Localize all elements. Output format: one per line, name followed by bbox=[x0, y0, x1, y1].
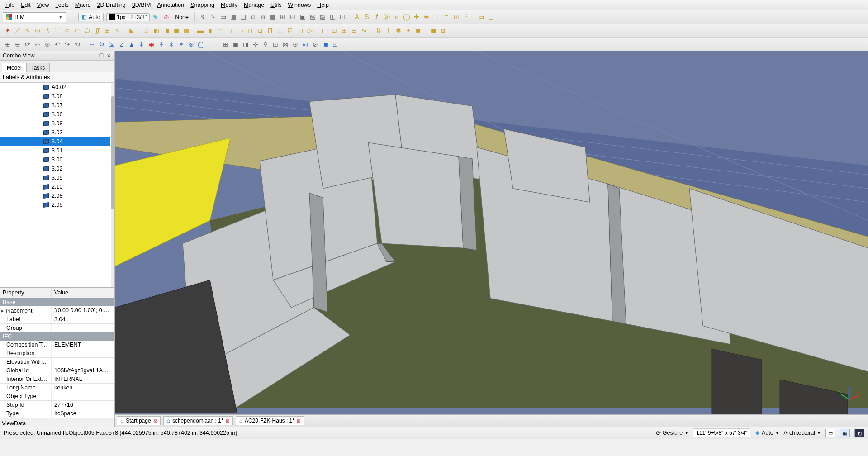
toolbar-icon[interactable]: ▣ bbox=[413, 25, 423, 35]
toolbar-icon[interactable]: ⌀ bbox=[392, 12, 402, 22]
toolbar-icon[interactable]: ◎ bbox=[300, 39, 310, 49]
property-row[interactable]: Step Id277716 bbox=[0, 401, 114, 409]
scrollbar-thumb[interactable] bbox=[111, 96, 114, 209]
toolbar-icon[interactable]: ◨ bbox=[241, 39, 251, 49]
tree-item[interactable]: 3.01 bbox=[0, 146, 110, 155]
toolbar-icon[interactable]: ⋮ bbox=[461, 12, 471, 22]
toolbar-icon[interactable]: ⊛ bbox=[290, 39, 300, 49]
toolbar-icon[interactable]: ▲ bbox=[127, 39, 137, 49]
menu-3d-bim[interactable]: 3D/BIM bbox=[132, 2, 151, 8]
property-row[interactable]: Elevation With ... bbox=[0, 358, 114, 366]
tree-item[interactable]: 2.08 bbox=[0, 191, 110, 200]
status-btn-3[interactable]: ◩ bbox=[854, 429, 864, 437]
workspace-selector[interactable]: BIM ▼ bbox=[3, 12, 66, 22]
toolbar-icon[interactable]: S bbox=[362, 12, 372, 22]
toolbar-icon[interactable]: ▦ bbox=[228, 12, 238, 22]
toolbar-icon[interactable]: ⊂ bbox=[62, 25, 72, 35]
toolbar-icon[interactable]: ◲ bbox=[315, 25, 325, 35]
3d-viewport[interactable]: x y z ⌂Start page⊠⌂schependomlaan : 1*⊠⌂… bbox=[115, 51, 868, 427]
toolbar-icon[interactable]: ⊡ bbox=[329, 25, 339, 35]
toolbar-icon[interactable]: ✧ bbox=[112, 25, 122, 35]
toolbar-icon[interactable]: ⌂ bbox=[141, 25, 151, 35]
toolbar-icon[interactable]: ▨ bbox=[318, 12, 327, 22]
toolbar-icon[interactable]: ≡ bbox=[441, 12, 451, 22]
toolbar-icon[interactable]: ↟ bbox=[157, 39, 166, 49]
toolbar-icon[interactable]: ⟆ bbox=[43, 25, 52, 35]
autogroup[interactable]: ❄ Auto▼ bbox=[755, 430, 779, 437]
lineweight-field[interactable]: 1px | 2+3/8" bbox=[106, 13, 150, 21]
toolbar-icon[interactable]: ／ bbox=[13, 26, 23, 36]
toolbar-icon[interactable]: ∬ bbox=[92, 25, 102, 35]
axis-triad-icon[interactable]: x y z bbox=[839, 384, 860, 405]
toolbar-icon[interactable]: ⇲ bbox=[107, 39, 117, 49]
property-row[interactable]: Label3.04 bbox=[0, 315, 114, 324]
tree-item[interactable]: 3.08 bbox=[0, 92, 110, 101]
toolbar-icon[interactable]: ▦ bbox=[428, 25, 438, 35]
tab-model[interactable]: Model bbox=[2, 63, 27, 72]
toolbar-icon[interactable]: ⊕ bbox=[3, 39, 13, 49]
toolbar-icon[interactable]: ✶ bbox=[176, 39, 186, 49]
menu-snapping[interactable]: Snapping bbox=[190, 2, 214, 8]
menu-windows[interactable]: Windows bbox=[288, 2, 311, 8]
toolbar-icon[interactable]: ◯ bbox=[402, 12, 412, 22]
toolbar-icon[interactable]: ↻ bbox=[97, 39, 107, 49]
toolbar-icon[interactable]: ⊓ bbox=[245, 25, 255, 35]
menu-2d-drafting[interactable]: 2D Drafting bbox=[97, 2, 126, 8]
forbidden-icon[interactable]: ⊘ bbox=[161, 12, 171, 22]
toolbar-icon[interactable]: ▤ bbox=[181, 25, 191, 35]
toolbar-icon[interactable]: I bbox=[384, 25, 394, 35]
toolbar-icon[interactable]: ⊔ bbox=[255, 25, 265, 35]
toolbar-icon[interactable]: ▦ bbox=[171, 25, 181, 35]
toolbar-icon[interactable]: ∥ bbox=[432, 12, 441, 22]
tree-item[interactable]: 3.07 bbox=[0, 101, 110, 110]
toolbar-icon[interactable]: ⌺ bbox=[285, 25, 295, 35]
toolbar-icon[interactable]: A bbox=[352, 12, 362, 22]
toolbar-icon[interactable]: ◫ bbox=[486, 12, 496, 22]
toolbar-icon[interactable]: ✚ bbox=[412, 12, 422, 22]
toolbar-icon[interactable]: ⬚ bbox=[235, 25, 245, 35]
toolbar-icon[interactable]: ⊞ bbox=[221, 39, 231, 49]
menu-help[interactable]: Help bbox=[317, 2, 329, 8]
toolbar-icon[interactable]: ⇔ bbox=[422, 12, 432, 22]
menu-file[interactable]: File bbox=[5, 2, 14, 8]
toolbar-icon[interactable]: ▬ bbox=[195, 25, 205, 35]
toolbar-icon[interactable]: ▤ bbox=[238, 12, 248, 22]
toolbar-icon[interactable]: ▮ bbox=[205, 25, 215, 35]
toolbar-icon[interactable]: ◰ bbox=[295, 25, 305, 35]
menu-tools[interactable]: Tools bbox=[56, 2, 69, 8]
close-icon[interactable]: ⊠ bbox=[297, 418, 300, 423]
toolbar-icon[interactable]: ↶ bbox=[52, 39, 62, 49]
toolbar-icon[interactable]: ⊞ bbox=[451, 12, 461, 22]
toolbar-icon[interactable]: ⊞ bbox=[339, 25, 349, 35]
toolbar-icon[interactable]: ⎍ bbox=[275, 25, 285, 35]
toolbar-icon[interactable]: ↷ bbox=[62, 39, 72, 49]
nav-style[interactable]: ⟳ Gesture ▼ bbox=[656, 430, 688, 437]
document-tab[interactable]: ⌂Start page⊠ bbox=[117, 416, 161, 425]
tree-item[interactable]: 3.02 bbox=[0, 164, 110, 173]
toolbar-icon[interactable]: ⧉ bbox=[248, 12, 258, 22]
toolbar-icon[interactable]: Ⓐ bbox=[382, 12, 392, 22]
tree-item[interactable]: 3.04 bbox=[0, 137, 110, 146]
toolbar-icon[interactable]: ⊗ bbox=[43, 39, 52, 49]
tree-item[interactable]: 3.06 bbox=[0, 110, 110, 119]
toolbar-icon[interactable]: ⊹ bbox=[251, 39, 261, 49]
tree-item[interactable]: A0.02 bbox=[0, 83, 110, 92]
toolbar-icon[interactable]: ⧇ bbox=[258, 12, 268, 22]
toolbar-icon[interactable]: ▭ bbox=[218, 12, 228, 22]
property-row[interactable]: Long Namekeuken bbox=[0, 384, 114, 392]
document-tab[interactable]: ⌂AC20-FZK-Haus : 1*⊠ bbox=[236, 416, 304, 425]
toolbar-icon[interactable]: ∿ bbox=[359, 25, 369, 35]
property-row[interactable]: Composition T...ELEMENT bbox=[0, 341, 114, 349]
toolbar-icon[interactable]: ▧ bbox=[308, 12, 318, 22]
brush-icon[interactable]: ✎ bbox=[151, 12, 161, 22]
property-row[interactable]: Object Type bbox=[0, 392, 114, 401]
status-btn-1[interactable]: ▭ bbox=[825, 429, 835, 437]
toolbar-icon[interactable]: ⤺ bbox=[33, 39, 43, 49]
toolbar-icon[interactable]: ⟲ bbox=[72, 39, 82, 49]
toolbar-icon[interactable]: ⊡ bbox=[337, 12, 347, 22]
toolbar-icon[interactable]: ↡ bbox=[166, 39, 176, 49]
tab-view[interactable]: View bbox=[2, 420, 14, 427]
toolbar-icon[interactable]: ▭ bbox=[72, 25, 82, 35]
toolbar-icon[interactable]: ⬕ bbox=[127, 25, 137, 35]
toolbar-icon[interactable]: ▭ bbox=[215, 25, 225, 35]
